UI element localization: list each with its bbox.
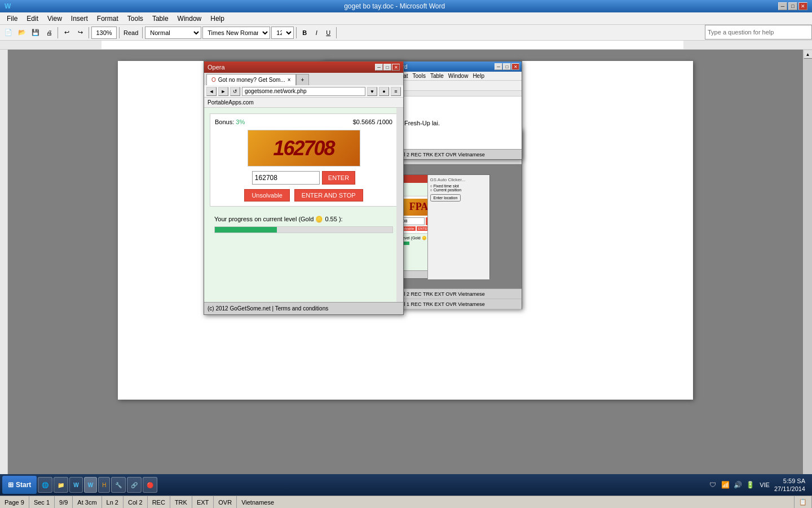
opera-close[interactable]: ✕: [392, 64, 400, 71]
systray-volume: 🔊: [732, 480, 743, 490]
progress-bar-container: [214, 226, 393, 233]
undo-btn[interactable]: ↩: [60, 27, 73, 39]
opera-scrollbar[interactable]: [396, 108, 403, 302]
opera-url-bar[interactable]: [242, 87, 365, 96]
menu-help[interactable]: Help: [206, 14, 229, 24]
zoom-input[interactable]: [91, 27, 117, 39]
toolbar: 📄 📂 💾 🖨 ↩ ↪ Read Normal Times New Roman …: [0, 25, 812, 41]
systray-battery: 🔋: [745, 480, 755, 490]
menu-tools[interactable]: Tools: [123, 14, 148, 24]
taskbar-word2[interactable]: W: [84, 477, 97, 493]
opera-forward[interactable]: ►: [218, 87, 228, 96]
taskbar-app3[interactable]: 🔴: [143, 477, 157, 493]
word2-minimize[interactable]: ─: [495, 63, 502, 70]
taskbar-date: 27/11/2014: [774, 485, 805, 493]
bold-btn[interactable]: B: [299, 27, 310, 38]
window-controls: ─ □ ✕: [778, 2, 807, 10]
opera-minimize[interactable]: ─: [375, 64, 383, 71]
enter-button[interactable]: ENTER: [322, 171, 355, 185]
ruler-inner: [102, 41, 683, 49]
underline-btn[interactable]: U: [323, 27, 334, 38]
help-box[interactable]: Type a question for help: [705, 25, 812, 40]
opera-tab-1-label: Got no money? Get Som...: [218, 77, 285, 83]
sep5: [296, 27, 297, 38]
systray-antivirus: 🛡: [708, 480, 718, 490]
inner-captcha-input[interactable]: [402, 217, 425, 225]
progress-bar-fill: [215, 227, 277, 233]
opera-speed[interactable]: ●: [379, 87, 389, 96]
taskbar-explorer[interactable]: 📁: [54, 477, 68, 493]
taskbar-app1[interactable]: 🔧: [111, 477, 126, 493]
close-button[interactable]: ✕: [798, 2, 807, 10]
status-col: Col 2: [123, 496, 148, 508]
systray-network: 📶: [720, 480, 730, 490]
menu-format[interactable]: Format: [92, 14, 123, 24]
inner-word-panel-btn[interactable]: Enter location: [430, 194, 461, 202]
menu-window[interactable]: Window: [173, 14, 206, 24]
new-btn[interactable]: 📄: [2, 27, 15, 39]
italic-btn[interactable]: I: [311, 27, 322, 38]
inner-word-panel-option1: ○ Fixed time slot: [430, 184, 487, 188]
taskbar-opera[interactable]: H: [98, 477, 110, 493]
menu-insert[interactable]: Insert: [67, 14, 92, 24]
status-icon: 📋: [795, 496, 812, 508]
open-btn[interactable]: 📂: [16, 27, 28, 39]
sep1: [58, 27, 58, 38]
opera-back[interactable]: ◄: [206, 87, 217, 96]
maximize-button[interactable]: □: [788, 2, 797, 10]
unsolvable-button[interactable]: Unsolvable: [244, 189, 289, 202]
inner-word-panel: GS Auto Clicker... ○ Fixed time slot ○ C…: [427, 175, 489, 279]
status-sec: Sec 1: [29, 496, 55, 508]
word2-menu-table[interactable]: Table: [428, 73, 446, 79]
status-rec: REC: [148, 496, 170, 508]
redo-btn[interactable]: ↪: [74, 27, 86, 39]
bonus-line: Bonus: 3% $0.5665 /1000: [215, 119, 392, 125]
start-button[interactable]: ⊞ Start: [2, 476, 37, 494]
taskbar-lang: VIE: [757, 481, 772, 488]
taskbar-app2[interactable]: 🔗: [127, 477, 142, 493]
enter-stop-button[interactable]: ENTER AND STOP: [294, 189, 363, 202]
minimize-button[interactable]: ─: [778, 2, 787, 10]
scroll-up[interactable]: ▲: [804, 50, 813, 59]
word2-close[interactable]: ✕: [511, 63, 519, 70]
status-ext: EXT: [192, 496, 214, 508]
opera-win-controls: ─ □ ✕: [375, 64, 400, 71]
opera-title: Opera: [208, 64, 225, 71]
word2-menu-help[interactable]: Help: [470, 73, 487, 79]
opera-tab-new[interactable]: +: [296, 74, 310, 85]
word2-menu-window[interactable]: Window: [446, 73, 471, 79]
taskbar-word1[interactable]: W: [69, 477, 82, 493]
windows-icon: ⊞: [8, 481, 14, 489]
size-select[interactable]: 12: [271, 27, 294, 39]
opera-footer: (c) 2012 GoGetSome.net | Terms and condi…: [204, 302, 403, 314]
opera-tab-close[interactable]: ×: [288, 77, 291, 83]
menu-file[interactable]: File: [2, 14, 22, 24]
opera-menu[interactable]: ≡: [391, 87, 401, 96]
app-icon: W: [5, 2, 11, 10]
menu-edit[interactable]: Edit: [22, 14, 43, 24]
bonus-label: Bonus: 3%: [215, 119, 245, 125]
style-select[interactable]: Normal: [145, 27, 201, 39]
systray: 🛡 📶 🔊 🔋 VIE 5:59 SA 27/11/2014: [703, 477, 810, 493]
inner-word-panel-enter: Enter location: [430, 194, 487, 202]
opera-reload[interactable]: ↺: [230, 87, 240, 96]
print-btn[interactable]: 🖨: [43, 27, 55, 39]
scroll-track[interactable]: [804, 59, 812, 487]
taskbar-ie[interactable]: 🌐: [38, 477, 52, 493]
sep2: [89, 27, 89, 38]
read-btn[interactable]: Read: [122, 27, 140, 39]
word2-menu-tools[interactable]: Tools: [411, 73, 428, 79]
opera-bookmark[interactable]: ♥: [367, 87, 377, 96]
save-btn[interactable]: 💾: [29, 27, 42, 39]
right-scrollbar: ▲ ▼: [803, 50, 812, 496]
status-trk: TRK: [170, 496, 192, 508]
opera-tab-1[interactable]: O Got no money? Get Som... ×: [206, 74, 296, 85]
font-select[interactable]: Times New Roman: [202, 27, 270, 39]
word2-maximize[interactable]: □: [503, 63, 511, 70]
menu-table[interactable]: Table: [148, 14, 173, 24]
captcha-input[interactable]: [252, 171, 320, 185]
opera-footer-text: (c) 2012 GoGetSome.net | Terms and condi…: [208, 305, 328, 312]
menu-view[interactable]: View: [43, 14, 67, 24]
taskbar-time: 5:59 SA: [774, 477, 805, 485]
opera-maximize[interactable]: □: [383, 64, 391, 71]
